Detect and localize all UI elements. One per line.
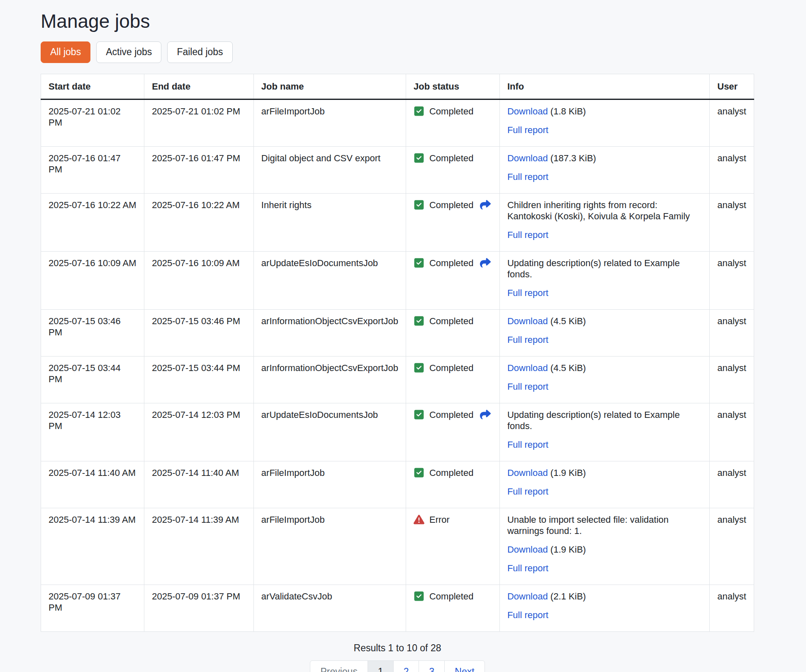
filter-all-jobs-button[interactable]: All jobs	[41, 41, 90, 63]
status-label: Completed	[429, 106, 473, 117]
header-info: Info	[499, 74, 709, 99]
end-date-cell: 2025-07-15 03:44 PM	[144, 356, 254, 403]
job-status-cell: Completed	[406, 461, 499, 508]
job-status-cell: Error	[406, 508, 499, 585]
end-date-cell: 2025-07-14 12:03 PM	[144, 403, 254, 461]
full-report-link[interactable]: Full report	[507, 381, 548, 392]
info-message: Updating description(s) related to Examp…	[507, 409, 702, 432]
job-status-cell: Completed	[406, 403, 499, 461]
download-link[interactable]: Download	[507, 468, 548, 478]
start-date-cell: 2025-07-16 10:09 AM	[41, 251, 144, 309]
full-report-link[interactable]: Full report	[507, 172, 548, 182]
job-status-cell: Completed	[406, 309, 499, 356]
full-report-link[interactable]: Full report	[507, 563, 548, 573]
download-link[interactable]: Download	[507, 591, 548, 602]
end-date-cell: 2025-07-16 01:47 PM	[144, 146, 254, 193]
start-date-cell: 2025-07-14 12:03 PM	[41, 403, 144, 461]
full-report-line: Full report	[507, 381, 702, 392]
download-size: (1.8 KiB)	[550, 106, 586, 116]
user-cell: analyst	[710, 508, 754, 585]
job-filters: All jobs Active jobs Failed jobs	[41, 41, 754, 63]
job-name-cell: arFileImportJob	[253, 461, 406, 508]
user-cell: analyst	[710, 146, 754, 193]
manage-jobs-page: Manage jobs All jobs Active jobs Failed …	[41, 0, 754, 672]
download-line: Download (1.8 KiB)	[507, 106, 702, 117]
full-report-line: Full report	[507, 171, 702, 182]
download-size: (2.1 KiB)	[550, 591, 586, 602]
job-name-cell: arUpdateEsIoDocumentsJob	[253, 251, 406, 309]
user-cell: analyst	[710, 309, 754, 356]
full-report-link[interactable]: Full report	[507, 125, 548, 135]
pagination-page-3[interactable]: 3	[419, 661, 445, 672]
full-report-link[interactable]: Full report	[507, 610, 548, 620]
info-cell: Download (187.3 KiB)Full report	[499, 146, 709, 193]
full-report-link[interactable]: Full report	[507, 439, 548, 450]
jobs-table: Start date End date Job name Job status …	[41, 74, 754, 632]
job-status-cell: Completed	[406, 146, 499, 193]
download-link[interactable]: Download	[507, 153, 548, 163]
info-message: Children inheriting rights from record: …	[507, 199, 702, 222]
full-report-link[interactable]: Full report	[507, 230, 548, 240]
job-status-cell: Completed	[406, 251, 499, 309]
download-line: Download (187.3 KiB)	[507, 153, 702, 164]
error-triangle-icon	[414, 514, 424, 525]
info-cell: Updating description(s) related to Examp…	[499, 251, 709, 309]
share-arrow-icon	[480, 409, 491, 420]
filter-failed-jobs-button[interactable]: Failed jobs	[167, 41, 232, 63]
status-label: Completed	[429, 315, 473, 327]
status-label: Completed	[429, 153, 473, 164]
user-cell: analyst	[710, 461, 754, 508]
user-cell: analyst	[710, 99, 754, 146]
full-report-line: Full report	[507, 609, 702, 621]
job-status-cell: Completed	[406, 193, 499, 251]
table-row: 2025-07-09 01:37 PM 2025-07-09 01:37 PM …	[41, 585, 754, 631]
full-report-line: Full report	[507, 439, 702, 450]
download-size: (1.9 KiB)	[550, 544, 586, 555]
download-link[interactable]: Download	[507, 544, 548, 555]
check-square-icon	[414, 409, 424, 420]
table-row: 2025-07-14 11:39 AM 2025-07-14 11:39 AM …	[41, 508, 754, 585]
table-header-row: Start date End date Job name Job status …	[41, 74, 754, 99]
page-title: Manage jobs	[41, 10, 754, 32]
pagination: Previous 1 2 3 Next	[41, 660, 754, 672]
user-cell: analyst	[710, 356, 754, 403]
table-row: 2025-07-15 03:44 PM 2025-07-15 03:44 PM …	[41, 356, 754, 403]
full-report-link[interactable]: Full report	[507, 486, 548, 497]
table-row: 2025-07-14 11:40 AM 2025-07-14 11:40 AM …	[41, 461, 754, 508]
end-date-cell: 2025-07-15 03:46 PM	[144, 309, 254, 356]
pagination-page-2[interactable]: 2	[394, 661, 419, 672]
full-report-line: Full report	[507, 486, 702, 497]
info-message: Unable to import selected file: validati…	[507, 514, 702, 536]
start-date-cell: 2025-07-16 10:22 AM	[41, 193, 144, 251]
table-row: 2025-07-14 12:03 PM 2025-07-14 12:03 PM …	[41, 403, 754, 461]
share-arrow-icon	[480, 199, 491, 210]
start-date-cell: 2025-07-21 01:02 PM	[41, 99, 144, 146]
start-date-cell: 2025-07-16 01:47 PM	[41, 146, 144, 193]
header-start-date: Start date	[41, 74, 144, 99]
download-link[interactable]: Download	[507, 363, 548, 373]
download-size: (187.3 KiB)	[550, 153, 596, 163]
full-report-line: Full report	[507, 563, 702, 574]
user-cell: analyst	[710, 585, 754, 631]
check-square-icon	[414, 362, 424, 373]
start-date-cell: 2025-07-14 11:40 AM	[41, 461, 144, 508]
full-report-link[interactable]: Full report	[507, 335, 548, 345]
end-date-cell: 2025-07-16 10:22 AM	[144, 193, 254, 251]
header-end-date: End date	[144, 74, 254, 99]
pagination-previous[interactable]: Previous	[310, 661, 368, 672]
download-link[interactable]: Download	[507, 106, 548, 116]
filter-active-jobs-button[interactable]: Active jobs	[96, 41, 161, 63]
pagination-page-1[interactable]: 1	[368, 661, 394, 672]
share-arrow-icon	[480, 257, 491, 268]
pagination-next[interactable]: Next	[445, 661, 484, 672]
info-cell: Updating description(s) related to Examp…	[499, 403, 709, 461]
download-size: (1.9 KiB)	[550, 468, 586, 478]
download-link[interactable]: Download	[507, 316, 548, 326]
full-report-line: Full report	[507, 287, 702, 298]
status-label: Completed	[429, 591, 473, 602]
check-square-icon	[414, 467, 424, 478]
download-line: Download (2.1 KiB)	[507, 591, 702, 602]
info-cell: Children inheriting rights from record: …	[499, 193, 709, 251]
full-report-link[interactable]: Full report	[507, 288, 548, 298]
start-date-cell: 2025-07-15 03:44 PM	[41, 356, 144, 403]
